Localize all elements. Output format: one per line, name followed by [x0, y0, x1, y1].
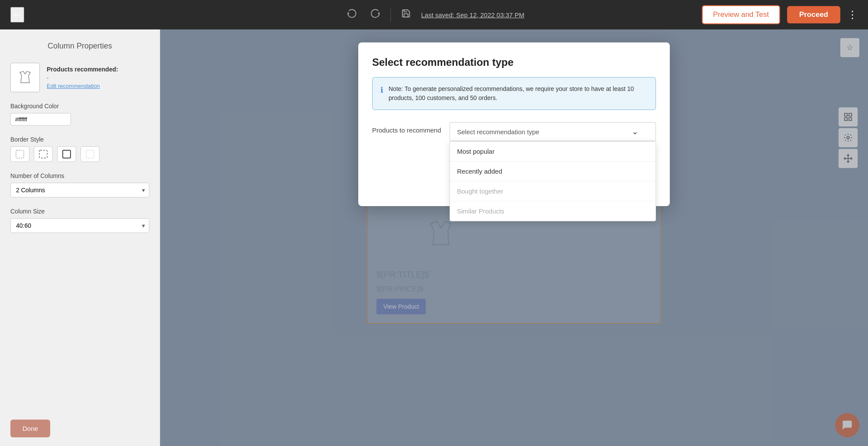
- dropdown-menu: Most popular Recently added Bought toget…: [450, 141, 656, 221]
- products-recommended-section: Products recommended: - Edit recommendat…: [47, 66, 118, 89]
- dropdown-arrow-icon: ⌄: [632, 127, 638, 136]
- column-size-group: Column Size 40:60 50:50 60:40 ▾: [10, 208, 149, 233]
- column-size-wrapper: 40:60 50:50 60:40 ▾: [10, 218, 149, 233]
- modal-info-box: ℹ Note: To generate personalized recomme…: [372, 77, 656, 110]
- svg-rect-1: [39, 150, 47, 158]
- done-button[interactable]: Done: [10, 420, 50, 437]
- preview-button[interactable]: Preview and Test: [702, 5, 780, 24]
- svg-rect-3: [86, 150, 94, 158]
- dropdown-item-recently-added[interactable]: Recently added: [450, 162, 656, 181]
- sidebar: Column Properties Products recommended: …: [0, 29, 160, 446]
- border-style-options: [10, 146, 149, 162]
- num-columns-label: Number of Columns: [10, 172, 149, 179]
- modal-title: Select recommendation type: [372, 56, 656, 68]
- tshirt-icon: [16, 69, 34, 86]
- products-to-recommend-label: Products to recommend: [372, 122, 441, 134]
- sidebar-bottom: Done: [10, 411, 149, 437]
- more-options-button[interactable]: ⋮: [847, 9, 858, 21]
- redo-button[interactable]: [367, 7, 383, 23]
- num-columns-group: Number of Columns 2 Columns 3 Columns 4 …: [10, 172, 149, 197]
- proceed-button[interactable]: Proceed: [787, 6, 840, 23]
- product-preview-box: Products recommended: - Edit recommendat…: [10, 63, 149, 92]
- background-color-label: Background Color: [10, 103, 149, 110]
- dropdown-trigger-text: Select recommendation type: [457, 128, 539, 136]
- background-color-group: Background Color: [10, 103, 149, 126]
- info-icon: ℹ: [380, 85, 383, 95]
- border-style-solid[interactable]: [57, 146, 76, 162]
- last-saved-text: Last saved: Sep 12, 2022 03:37 PM: [421, 11, 524, 19]
- back-button[interactable]: ←: [10, 7, 24, 23]
- svg-rect-2: [63, 150, 71, 158]
- save-icon-button[interactable]: [398, 7, 414, 23]
- num-columns-select[interactable]: 2 Columns 3 Columns 4 Columns: [10, 183, 149, 197]
- nav-center-controls: Last saved: Sep 12, 2022 03:37 PM: [344, 7, 524, 23]
- background-color-input[interactable]: [10, 113, 71, 126]
- recommendation-modal: Select recommendation type ℹ Note: To ge…: [358, 42, 670, 206]
- canvas-area: Upto 25% off Shop Now $[PR:TITLE]$ $[PR:…: [160, 29, 868, 446]
- sidebar-title: Column Properties: [10, 42, 149, 51]
- modal-overlay: Select recommendation type ℹ Note: To ge…: [160, 29, 868, 446]
- main-layout: Column Properties Products recommended: …: [0, 29, 868, 446]
- modal-form-row: Products to recommend Select recommendat…: [372, 122, 656, 141]
- num-columns-wrapper: 2 Columns 3 Columns 4 Columns ▾: [10, 183, 149, 197]
- column-size-label: Column Size: [10, 208, 149, 215]
- nav-right-actions: Preview and Test Proceed ⋮: [702, 5, 858, 24]
- column-size-select[interactable]: 40:60 50:50 60:40: [10, 218, 149, 233]
- products-recommended-label: Products recommended:: [47, 66, 118, 73]
- nav-divider: [390, 8, 391, 22]
- border-style-label: Border Style: [10, 136, 149, 143]
- dropdown-item-similar-products: Similar Products: [450, 201, 656, 221]
- svg-rect-0: [16, 150, 24, 158]
- modal-info-text: Note: To generate personalized recommend…: [389, 84, 648, 103]
- undo-button[interactable]: [344, 7, 360, 23]
- border-style-none[interactable]: [10, 146, 29, 162]
- dropdown-item-most-popular[interactable]: Most popular: [450, 142, 656, 162]
- dropdown-item-bought-together: Bought together: [450, 181, 656, 201]
- border-style-dotted[interactable]: [80, 146, 100, 162]
- products-recommended-value: -: [47, 74, 118, 81]
- recommendation-dropdown-trigger[interactable]: Select recommendation type ⌄: [450, 122, 656, 141]
- top-nav: ← Last saved: Sep 12, 2022 03:37 PM Prev…: [0, 0, 868, 29]
- product-icon-box: [10, 63, 40, 92]
- border-style-dashed[interactable]: [34, 146, 53, 162]
- recommendation-dropdown-wrapper: Select recommendation type ⌄ Most popula…: [450, 122, 656, 141]
- border-style-group: Border Style: [10, 136, 149, 162]
- edit-recommendation-link[interactable]: Edit recommendation: [47, 83, 118, 89]
